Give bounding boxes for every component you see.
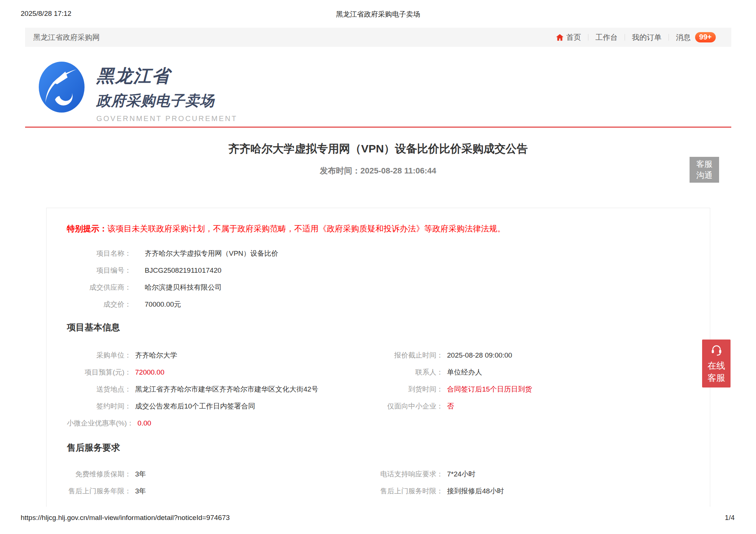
field-value: 否 [447,402,454,411]
site-logo: 黑龙江省 政府采购电子卖场 GOVERNMENT PROCUREMENT [38,61,237,123]
logo-line1: 黑龙江省 [96,64,237,88]
special-tip: 特别提示：该项目未关联政府采购计划，不属于政府采购范畴，不适用《政府采购质疑和投… [67,224,688,234]
field-value: 合同签订后15个日历日到货 [447,385,532,394]
field-label: 免费维修质保期： [67,469,131,479]
field-value: 72000.00 [135,368,164,376]
field-label: 报价截止时间： [379,351,443,360]
page: 2025/8/28 17:12 黑龙江省政府采购电子卖场 黑龙江省政府采购网 首… [0,0,756,534]
message-count-badge[interactable]: 99+ [695,32,716,42]
info-row: 免费维修质保期： 3年 电话支持响应要求： 7*24小时 [67,466,688,483]
print-doc-title: 黑龙江省政府采购电子卖场 [0,10,756,19]
field-value: 齐齐哈尔大学虚拟专用网（VPN）设备比价 [145,249,278,258]
nav-item-my-orders[interactable]: 我的订单 [632,32,662,42]
field-value: 单位经办人 [447,368,482,377]
online-customer-service-button[interactable]: 在线 客服 [702,340,731,387]
field-label: 售后上门服务时限： [379,486,443,496]
logo-text: 黑龙江省 政府采购电子卖场 GOVERNMENT PROCUREMENT [96,61,237,123]
special-tip-text: 该项目未关联政府采购计划，不属于政府采购范畴，不适用《政府采购质疑和投诉办法》等… [107,224,505,233]
site-name: 黑龙江省政府采购网 [33,32,100,42]
basic-info-rows: 采购单位： 齐齐哈尔大学 报价截止时间： 2025-08-28 09:00:00… [67,347,688,432]
publish-time-value: 2025-08-28 11:06:44 [360,166,436,175]
nav-item-home[interactable]: 首页 [556,32,581,42]
field-value: 接到报修后48小时 [447,486,504,496]
special-tip-label: 特别提示： [67,224,107,233]
field-row-deal-price: 成交价： 70000.00元 [67,296,688,313]
publish-time-label: 发布时间： [320,166,360,175]
field-value: 3年 [135,469,146,479]
nav-divider [588,34,588,41]
field-value: 黑龙江省齐齐哈尔市建华区齐齐哈尔市建华区文化大街42号 [135,385,318,394]
customer-service-chat-button[interactable]: 客服 沟通 [690,157,719,183]
field-value: 3年 [135,486,146,496]
nav-item-messages[interactable]: 消息 [676,32,691,42]
info-row: 售后上门服务年限： 3年 售后上门服务时限： 接到报修后48小时 [67,483,688,500]
print-footer-url: https://hljcg.hlj.gov.cn/mall-view/infor… [21,514,230,522]
field-label: 项目编号： [67,266,131,275]
section-heading-basic-info: 项目基本信息 [67,322,688,333]
nav-home-label: 首页 [566,32,581,42]
field-label: 送货地点： [67,385,131,394]
field-value: 齐齐哈尔大学 [135,351,177,360]
info-row: 采购单位： 齐齐哈尔大学 报价截止时间： 2025-08-28 09:00:00 [67,347,688,364]
field-label: 到货时间： [379,385,443,394]
field-label: 电话支持响应要求： [379,469,443,479]
nav-divider [625,34,625,41]
nav-workbench-label: 工作台 [595,32,618,42]
publish-time-line: 发布时间：2025-08-28 11:06:44 [0,165,756,176]
field-row-supplier: 成交供应商： 哈尔滨捷贝科技有限公司 [67,279,688,296]
after-sale-rows: 免费维修质保期： 3年 电话支持响应要求： 7*24小时 售后上门服务年限： 3… [67,466,688,500]
info-row: 项目预算(元)： 72000.00 联系人： 单位经办人 [67,364,688,381]
nav-orders-label: 我的订单 [632,32,662,42]
field-label: 项目预算(元)： [67,368,131,377]
field-label: 项目名称： [67,249,131,258]
field-label: 小微企业优惠率(%)： [67,418,134,428]
nav-menu: 首页 工作台 我的订单 消息 99+ [556,32,716,42]
top-navbar: 黑龙江省政府采购网 首页 工作台 我的订单 消息 99+ [25,28,731,47]
field-label: 售后上门服务年限： [67,486,131,496]
field-value: 成交公告发布后10个工作日内签署合同 [135,402,255,411]
field-value: 70000.00元 [145,300,181,309]
summary-fields: 项目名称： 齐齐哈尔大学虚拟专用网（VPN）设备比价 项目编号： BJCG250… [67,245,688,313]
home-icon [556,33,564,42]
field-row-project-number: 项目编号： BJCG250821911017420 [67,262,688,279]
online-kf-line1: 在线 [708,359,725,372]
field-label: 成交供应商： [67,283,131,292]
field-label: 联系人： [379,368,443,377]
notice-title: 齐齐哈尔大学虚拟专用网（VPN）设备比价比价采购成交公告 [0,141,756,156]
online-kf-line2: 客服 [708,372,725,384]
field-value: 哈尔滨捷贝科技有限公司 [145,283,222,292]
info-row: 签约时间： 成交公告发布后10个工作日内签署合同 仅面向中小企业： 否 [67,398,688,415]
nav-item-workbench[interactable]: 工作台 [595,32,618,42]
print-footer-page-number: 1/4 [725,514,735,522]
field-label: 签约时间： [67,402,131,411]
field-value: 0.00 [138,419,151,427]
field-value: 2025-08-28 09:00:00 [447,351,512,359]
red-divider-line [25,127,731,128]
field-row-project-name: 项目名称： 齐齐哈尔大学虚拟专用网（VPN）设备比价 [67,245,688,262]
field-label: 采购单位： [67,351,131,360]
headset-icon [710,343,723,356]
section-heading-after-sale: 售后服务要求 [67,442,688,453]
field-value: 7*24小时 [447,469,475,479]
info-row: 小微企业优惠率(%)： 0.00 [67,415,688,432]
nav-messages-label: 消息 [676,32,691,42]
info-row: 送货地点： 黑龙江省齐齐哈尔市建华区齐齐哈尔市建华区文化大街42号 到货时间： … [67,381,688,398]
kf-btn-line2: 沟通 [696,170,712,181]
nav-divider [669,34,669,41]
field-label: 成交价： [67,300,131,309]
field-label: 仅面向中小企业： [379,402,443,411]
logo-line3: GOVERNMENT PROCUREMENT [96,114,237,123]
dragon-logo-icon [38,61,85,113]
kf-btn-line1: 客服 [696,159,712,170]
logo-line2: 政府采购电子卖场 [96,91,237,111]
notice-content-panel: 特别提示：该项目未关联政府采购计划，不属于政府采购范畴，不适用《政府采购质疑和投… [46,208,710,507]
field-value: BJCG250821911017420 [145,266,221,275]
